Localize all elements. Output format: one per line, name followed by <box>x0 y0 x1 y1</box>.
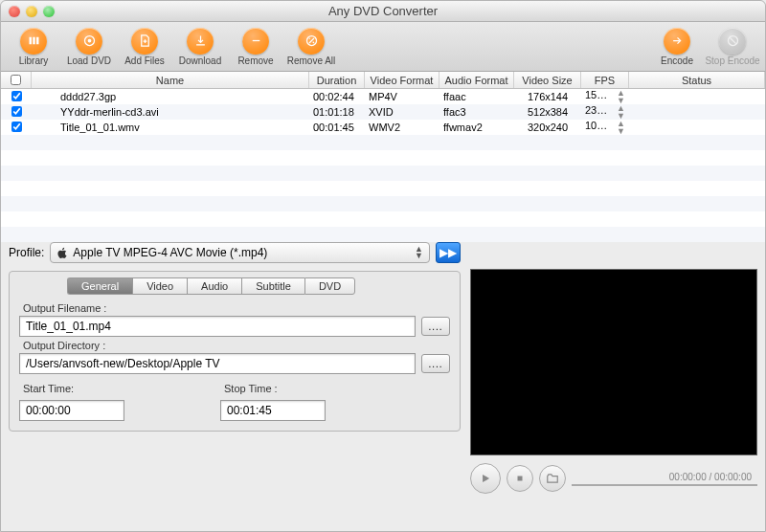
cell-duration: 00:02:44 <box>309 91 365 102</box>
stop-encode-button: Stop Encode <box>708 28 757 66</box>
player-progress[interactable] <box>572 484 757 486</box>
cell-duration: 01:01:18 <box>309 106 365 118</box>
table-row[interactable]: dddd27.3gp 00:02:44 MP4V ffaac 176x144 1… <box>1 89 765 104</box>
browse-directory-button[interactable]: .... <box>421 354 450 373</box>
cell-video-format: MP4V <box>365 91 439 102</box>
file-list: Name Duration Video Format Audio Format … <box>1 72 765 234</box>
download-button[interactable]: Download <box>175 28 225 66</box>
header-duration[interactable]: Duration <box>309 72 365 88</box>
fps-stepper-icon[interactable]: ▲▼ <box>617 104 625 120</box>
open-folder-button[interactable] <box>539 465 566 492</box>
cell-fps[interactable]: 23…▲▼ <box>581 104 629 120</box>
stop-button[interactable] <box>507 465 533 492</box>
header-name[interactable]: Name <box>32 72 309 88</box>
download-icon <box>187 28 214 55</box>
video-preview <box>470 269 757 455</box>
cell-name: YYddr-merlin-cd3.avi <box>32 106 309 118</box>
stop-time-label: Stop Time : <box>224 383 326 394</box>
library-icon <box>20 28 47 55</box>
fps-stepper-icon[interactable]: ▲▼ <box>617 120 625 135</box>
output-filename-input[interactable] <box>19 316 416 337</box>
preview-panel: 00:00:00 / 00:00:00 <box>470 242 757 494</box>
cell-name: Title_01_01.wmv <box>32 122 309 133</box>
svg-point-4 <box>88 39 91 42</box>
bottom-panel: Profile: Apple TV MPEG-4 AVC Movie (*.mp… <box>1 234 765 501</box>
header-audio-format[interactable]: Audio Format <box>439 72 514 88</box>
file-list-header: Name Duration Video Format Audio Format … <box>1 72 765 89</box>
cell-video-size: 512x384 <box>514 106 581 118</box>
add-files-button[interactable]: Add Files <box>120 28 169 66</box>
cell-fps[interactable]: 10…▲▼ <box>581 120 629 135</box>
table-row[interactable]: Title_01_01.wmv 00:01:45 WMV2 ffwmav2 32… <box>1 120 765 135</box>
tab-subtitle[interactable]: Subtitle <box>241 277 304 295</box>
cell-audio-format: ffwmav2 <box>439 122 514 133</box>
header-video-format[interactable]: Video Format <box>365 72 439 88</box>
fps-stepper-icon[interactable]: ▲▼ <box>617 89 625 104</box>
tab-general[interactable]: General <box>67 277 132 295</box>
cell-fps[interactable]: 15…▲▼ <box>581 89 629 104</box>
settings-tabs: General Video Audio Subtitle DVD <box>67 277 450 295</box>
remove-button[interactable]: Remove <box>231 28 281 66</box>
cell-audio-format: ffac3 <box>439 106 514 118</box>
row-checkbox[interactable] <box>11 106 22 117</box>
svg-rect-0 <box>29 37 32 45</box>
header-fps[interactable]: FPS <box>581 72 629 88</box>
library-button[interactable]: Library <box>9 28 58 66</box>
load-dvd-button[interactable]: Load DVD <box>64 28 114 66</box>
encode-button[interactable]: Encode <box>652 28 702 66</box>
start-time-label: Start Time: <box>23 383 124 394</box>
cell-name: dddd27.3gp <box>32 91 309 102</box>
profile-label: Profile: <box>9 246 44 259</box>
row-checkbox[interactable] <box>11 122 22 132</box>
header-video-size[interactable]: Video Size <box>514 72 581 88</box>
header-status[interactable]: Status <box>629 72 765 88</box>
window-title: Any DVD Converter <box>1 4 765 18</box>
browse-filename-button[interactable]: .... <box>421 317 450 336</box>
toolbar: Library Load DVD Add Files Download Remo… <box>1 22 765 72</box>
cell-video-size: 176x144 <box>514 91 581 102</box>
svg-rect-1 <box>33 37 35 45</box>
svg-rect-2 <box>36 37 39 45</box>
apple-icon <box>56 247 69 259</box>
remove-all-button[interactable]: Remove All <box>286 28 336 66</box>
tab-audio[interactable]: Audio <box>187 277 241 295</box>
start-time-input[interactable] <box>19 400 124 421</box>
add-file-icon <box>131 28 158 55</box>
output-directory-label: Output Directory : <box>23 340 450 351</box>
row-checkbox[interactable] <box>11 91 22 101</box>
stop-encode-icon <box>719 28 746 55</box>
cell-audio-format: ffaac <box>439 91 514 102</box>
titlebar: Any DVD Converter <box>1 1 765 22</box>
cell-video-format: WMV2 <box>365 122 439 133</box>
stop-time-input[interactable] <box>220 400 326 421</box>
profile-go-button[interactable]: ▶▶ <box>436 242 461 263</box>
encode-icon <box>664 28 690 55</box>
remove-all-icon <box>298 28 325 55</box>
cell-video-format: XVID <box>365 106 439 118</box>
dvd-icon <box>76 28 102 55</box>
remove-icon <box>242 28 269 55</box>
settings-panel: Profile: Apple TV MPEG-4 AVC Movie (*.mp… <box>9 242 461 494</box>
output-filename-label: Output Filename : <box>23 302 450 314</box>
cell-duration: 00:01:45 <box>309 122 365 133</box>
tab-dvd[interactable]: DVD <box>304 277 355 295</box>
select-arrows-icon: ▲▼ <box>415 246 423 259</box>
header-checkbox[interactable] <box>1 72 32 88</box>
tab-video[interactable]: Video <box>132 277 187 295</box>
output-directory-input[interactable] <box>19 353 416 374</box>
play-button[interactable] <box>470 463 501 494</box>
cell-video-size: 320x240 <box>514 122 581 133</box>
table-row[interactable]: YYddr-merlin-cd3.avi 01:01:18 XVID ffac3… <box>1 104 765 120</box>
profile-selected: Apple TV MPEG-4 AVC Movie (*.mp4) <box>73 246 267 259</box>
profile-select[interactable]: Apple TV MPEG-4 AVC Movie (*.mp4) ▲▼ <box>50 242 430 263</box>
player-time: 00:00:00 / 00:00:00 <box>669 472 752 482</box>
svg-rect-5 <box>252 40 259 41</box>
svg-rect-8 <box>518 477 523 481</box>
